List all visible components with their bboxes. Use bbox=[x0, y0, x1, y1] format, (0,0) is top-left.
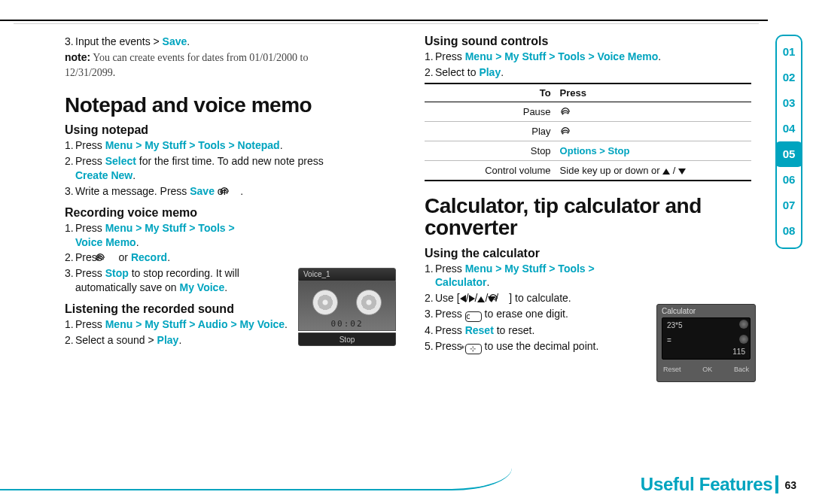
footer-divider bbox=[775, 475, 778, 493]
triangle-left-icon bbox=[460, 295, 466, 302]
footer: Useful Features63 bbox=[641, 474, 796, 495]
calc-marker-icon bbox=[739, 320, 748, 329]
left-column: 3.Input the events > Save. note: You can… bbox=[65, 35, 391, 356]
list-item: 1.Press Menu > My Stuff > Tools > Notepa… bbox=[65, 138, 391, 153]
tape-reel-icon bbox=[312, 290, 338, 315]
voice-memo-title: Voice_1 bbox=[298, 268, 396, 281]
tape-reel-icon bbox=[356, 290, 382, 315]
calculator-illus-result: 115 bbox=[732, 348, 745, 356]
triangle-right-icon bbox=[469, 295, 475, 302]
heading-notepad-voice-memo: Notepad and voice memo bbox=[65, 94, 391, 116]
footer-section-label: Useful Features bbox=[641, 474, 773, 494]
star-key-icon: * ⊹ bbox=[465, 344, 482, 354]
footer-swoosh bbox=[0, 468, 512, 490]
subhead-using-calculator: Using the calculator bbox=[425, 247, 751, 260]
list-item: 2.Press Select for the first time. To ad… bbox=[65, 154, 391, 183]
calculator-illus-input: 23*5 bbox=[667, 321, 683, 329]
triangle-down-icon bbox=[678, 169, 686, 175]
swirl-icon bbox=[560, 106, 571, 117]
list-item: 3.Press c to erase one digit. bbox=[425, 307, 635, 322]
tab-08[interactable]: 08 bbox=[775, 218, 802, 244]
calculator-steps: 1.Press Menu > My Stuff > Tools > Calcul… bbox=[425, 262, 635, 355]
heading-calculator: Calculator, tip calculator and converter bbox=[425, 195, 751, 239]
tab-07[interactable]: 07 bbox=[775, 193, 802, 218]
list-item: 5.Press * ⊹ to use the decimal point. bbox=[425, 339, 635, 354]
calculator-illus-title: Calculator bbox=[657, 305, 755, 317]
tab-02[interactable]: 02 bbox=[775, 65, 802, 90]
recording-steps: 1.Press Menu > My Stuff > Tools > Voice … bbox=[65, 221, 276, 295]
sound-controls-steps: 1.Press Menu > My Stuff > Tools > Voice … bbox=[425, 50, 751, 80]
intro-step-3: 3.Input the events > Save. bbox=[65, 35, 391, 49]
right-column: Using sound controls 1.Press Menu > My S… bbox=[425, 35, 751, 356]
intro-steps: 3.Input the events > Save. bbox=[65, 35, 391, 49]
list-item: 1.Press Menu > My Stuff > Tools > Calcul… bbox=[425, 262, 635, 290]
tab-03[interactable]: 03 bbox=[775, 90, 802, 116]
sound-controls-table: To Press Pause Play Stop Options > Stop … bbox=[425, 83, 751, 181]
list-item: 2.Use [////] to calculate. bbox=[425, 291, 635, 305]
list-item: 2.Press or Record. bbox=[65, 250, 276, 265]
table-head-press: Press bbox=[556, 83, 751, 102]
table-row: Play bbox=[425, 121, 751, 141]
list-item: 3.Write a message. Press Save or . bbox=[65, 184, 391, 199]
triangle-up-icon bbox=[477, 296, 485, 302]
triangle-up-icon bbox=[662, 169, 670, 175]
calculator-illus-equals: = bbox=[667, 336, 671, 345]
voice-memo-illustration: Voice_1 00:02 Stop bbox=[298, 268, 396, 346]
calculator-illustration: Calculator 23*5 = 115 Reset OK Back bbox=[656, 304, 756, 382]
table-row: Pause bbox=[425, 102, 751, 121]
page-content: 3.Input the events > Save. note: You can… bbox=[65, 35, 751, 356]
subhead-using-notepad: Using notepad bbox=[65, 123, 391, 137]
voice-memo-body: 00:02 bbox=[298, 281, 396, 331]
tab-05[interactable]: 05 bbox=[775, 141, 802, 167]
table-row: Stop Options > Stop bbox=[425, 141, 751, 160]
tab-04[interactable]: 04 bbox=[775, 116, 802, 141]
tab-01[interactable]: 01 bbox=[775, 39, 802, 65]
list-item: 4.Press Reset to reset. bbox=[425, 323, 635, 338]
calc-marker-icon bbox=[739, 335, 748, 344]
swirl-icon bbox=[230, 186, 240, 196]
list-item: 1.Press Menu > My Stuff > Tools > Voice … bbox=[65, 221, 276, 250]
section-tabs: 01 02 03 04 05 06 07 08 bbox=[775, 39, 802, 244]
voice-memo-stop-softkey: Stop bbox=[298, 332, 396, 346]
list-item: 3.Press Stop to stop recording. It will … bbox=[65, 266, 276, 295]
footer-page-number: 63 bbox=[784, 479, 796, 491]
c-key-icon: c bbox=[465, 311, 482, 322]
top-rule bbox=[0, 20, 768, 21]
calculator-illus-softkeys: Reset OK Back bbox=[657, 360, 755, 373]
swirl-icon bbox=[560, 126, 571, 136]
subhead-recording-voice-memo: Recording voice memo bbox=[65, 206, 391, 220]
swirl-icon bbox=[498, 293, 509, 303]
table-head-to: To bbox=[425, 83, 556, 102]
list-item: 1.Press Menu > My Stuff > Tools > Voice … bbox=[425, 50, 751, 64]
swirl-icon bbox=[105, 252, 116, 263]
list-item: 2.Select to Play. bbox=[425, 65, 751, 80]
subhead-using-sound-controls: Using sound controls bbox=[425, 35, 751, 48]
intro-note: note: You can create events for dates fr… bbox=[65, 50, 391, 80]
tab-06[interactable]: 06 bbox=[775, 167, 802, 193]
table-row: Control volume Side key up or down or / bbox=[425, 160, 751, 181]
calculator-illus-screen: 23*5 = 115 bbox=[662, 317, 751, 360]
voice-memo-time: 00:02 bbox=[299, 319, 395, 329]
using-notepad-steps: 1.Press Menu > My Stuff > Tools > Notepa… bbox=[65, 138, 391, 199]
